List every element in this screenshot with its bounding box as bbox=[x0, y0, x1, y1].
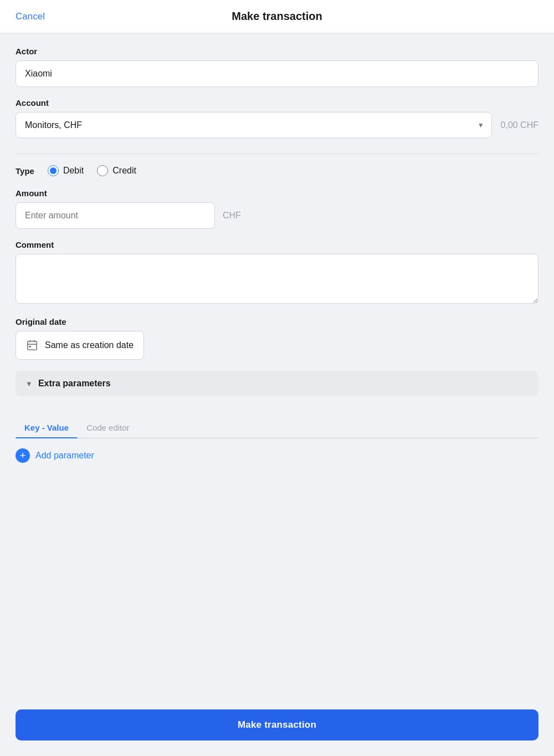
account-balance: 0,00 CHF bbox=[501, 120, 538, 130]
add-parameter-label: Add parameter bbox=[35, 451, 94, 461]
account-select-wrapper: Monitors, CHF Savings, CHF Current, EUR … bbox=[16, 112, 492, 138]
svg-rect-0 bbox=[28, 341, 37, 350]
page-title: Make transaction bbox=[232, 10, 322, 23]
credit-radio[interactable] bbox=[97, 165, 108, 176]
page-container: Cancel Make transaction Actor Account Mo… bbox=[0, 0, 554, 756]
account-row: Monitors, CHF Savings, CHF Current, EUR … bbox=[16, 112, 538, 138]
form-body: Actor Account Monitors, CHF Savings, CHF… bbox=[0, 33, 554, 709]
comment-textarea[interactable] bbox=[16, 254, 538, 304]
original-date-button[interactable]: Same as creation date bbox=[16, 331, 144, 360]
amount-input[interactable] bbox=[16, 202, 215, 229]
credit-label: Credit bbox=[112, 166, 136, 176]
extra-params-group: ▼ Extra parameters bbox=[16, 371, 538, 396]
amount-row: CHF bbox=[16, 202, 538, 229]
credit-option[interactable]: Credit bbox=[97, 165, 136, 176]
comment-field-group: Comment bbox=[16, 240, 538, 306]
extra-params-toggle[interactable]: ▼ Extra parameters bbox=[16, 371, 538, 396]
type-row: Type Debit Credit bbox=[16, 165, 538, 176]
original-date-field-group: Original date Same as creation date bbox=[16, 317, 538, 360]
tab-key-value[interactable]: Key - Value bbox=[16, 417, 78, 438]
svg-rect-4 bbox=[29, 346, 32, 348]
header: Cancel Make transaction bbox=[0, 0, 554, 33]
debit-label: Debit bbox=[63, 166, 84, 176]
original-date-label: Original date bbox=[16, 317, 538, 326]
account-field-group: Account Monitors, CHF Savings, CHF Curre… bbox=[16, 98, 538, 138]
account-label: Account bbox=[16, 98, 538, 108]
divider bbox=[16, 154, 538, 154]
comment-label: Comment bbox=[16, 240, 538, 249]
add-parameter-icon: + bbox=[16, 448, 30, 463]
type-label: Type bbox=[16, 166, 34, 176]
calendar-icon bbox=[26, 339, 38, 351]
tabs-row: Key - Value Code editor bbox=[16, 417, 538, 438]
amount-field-group: Amount CHF bbox=[16, 188, 538, 229]
extra-params-label: Extra parameters bbox=[38, 379, 111, 389]
actor-input[interactable] bbox=[16, 60, 538, 87]
cancel-button[interactable]: Cancel bbox=[16, 11, 45, 22]
amount-input-wrapper bbox=[16, 202, 215, 229]
amount-label: Amount bbox=[16, 188, 538, 198]
actor-field-group: Actor bbox=[16, 47, 538, 87]
submit-button[interactable]: Make transaction bbox=[16, 709, 538, 740]
amount-currency: CHF bbox=[223, 211, 241, 221]
debit-radio[interactable] bbox=[48, 165, 59, 176]
add-parameter-row[interactable]: + Add parameter bbox=[16, 448, 538, 463]
account-select[interactable]: Monitors, CHF Savings, CHF Current, EUR bbox=[16, 112, 492, 138]
chevron-down-icon: ▼ bbox=[25, 380, 33, 388]
original-date-value: Same as creation date bbox=[45, 340, 134, 350]
tab-code-editor[interactable]: Code editor bbox=[78, 417, 138, 438]
actor-label: Actor bbox=[16, 47, 538, 56]
debit-option[interactable]: Debit bbox=[48, 165, 84, 176]
